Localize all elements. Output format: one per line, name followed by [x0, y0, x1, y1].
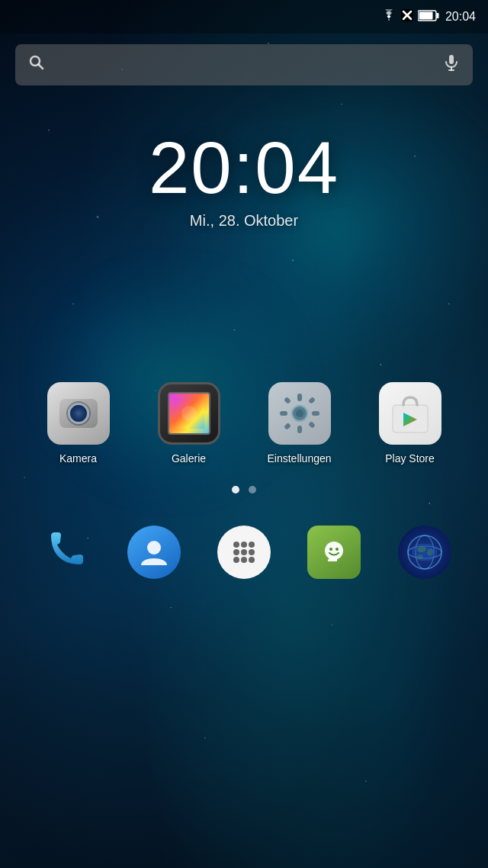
svg-point-29	[233, 549, 239, 555]
clock-date: Mi., 28. Oktober	[0, 212, 488, 230]
svg-point-25	[147, 541, 161, 555]
einstellungen-icon-wrap	[268, 382, 331, 445]
page-dot-2[interactable]	[249, 486, 256, 493]
app-grid: Kamera	[0, 382, 488, 465]
svg-rect-5	[436, 13, 438, 18]
mic-icon[interactable]	[442, 53, 461, 76]
svg-point-28	[249, 542, 255, 548]
page-dot-1[interactable]	[232, 486, 239, 493]
svg-rect-8	[449, 55, 454, 64]
app-galerie[interactable]: Galerie	[143, 382, 235, 465]
svg-rect-20	[308, 421, 316, 429]
wifi-icon	[381, 9, 396, 24]
page-dots	[0, 486, 488, 493]
app-kamera[interactable]: Kamera	[33, 382, 124, 465]
svg-point-14	[296, 410, 303, 417]
dock-phone[interactable]	[21, 524, 105, 580]
svg-rect-4	[419, 11, 432, 19]
svg-rect-17	[280, 411, 287, 416]
camera-icon	[47, 382, 110, 445]
contacts-icon	[126, 524, 182, 580]
app-einstellungen[interactable]: Einstellungen	[254, 382, 345, 465]
svg-point-30	[241, 549, 247, 555]
svg-line-7	[39, 65, 43, 69]
clock-area: 20:04 Mi., 28. Oktober	[0, 131, 488, 230]
svg-rect-18	[312, 411, 319, 416]
svg-point-36	[329, 548, 332, 551]
dock-contacts[interactable]	[112, 524, 196, 580]
playstore-label: Play Store	[385, 452, 435, 465]
svg-rect-22	[308, 397, 316, 404]
svg-rect-15	[297, 394, 302, 401]
svg-point-34	[249, 557, 255, 563]
galerie-icon-wrap	[158, 382, 220, 445]
playstore-icon	[379, 382, 441, 445]
svg-point-12	[181, 406, 197, 421]
svg-rect-16	[297, 426, 302, 433]
clock-time: 20:04	[0, 131, 488, 204]
dock-apps[interactable]	[202, 524, 286, 580]
battery-icon	[418, 10, 439, 24]
svg-point-27	[241, 542, 247, 548]
phone-icon	[35, 524, 92, 580]
svg-rect-19	[284, 397, 291, 404]
status-time: 20:04	[445, 10, 476, 24]
einstellungen-label: Einstellungen	[267, 452, 331, 465]
galerie-label: Galerie	[172, 452, 206, 465]
no-signal-icon	[401, 9, 413, 24]
bottom-dock	[0, 512, 488, 599]
search-bar[interactable]	[15, 44, 473, 85]
svg-rect-21	[284, 423, 291, 430]
dock-messenger[interactable]	[292, 524, 376, 580]
apps-icon	[216, 524, 272, 580]
playstore-icon-wrap	[379, 382, 441, 445]
browser-icon	[396, 524, 453, 580]
kamera-label: Kamera	[59, 452, 97, 465]
svg-point-32	[233, 557, 239, 563]
status-bar: 20:04	[0, 0, 488, 34]
gallery-icon	[158, 382, 220, 445]
dock-browser[interactable]	[383, 524, 467, 580]
svg-point-26	[233, 542, 239, 548]
settings-icon	[268, 382, 331, 445]
app-playstore[interactable]: Play Store	[364, 382, 456, 465]
svg-point-37	[336, 548, 339, 551]
svg-point-31	[249, 549, 255, 555]
kamera-icon-wrap	[47, 382, 110, 445]
messenger-icon	[306, 524, 362, 580]
search-icon	[27, 53, 46, 76]
svg-point-33	[241, 557, 247, 563]
